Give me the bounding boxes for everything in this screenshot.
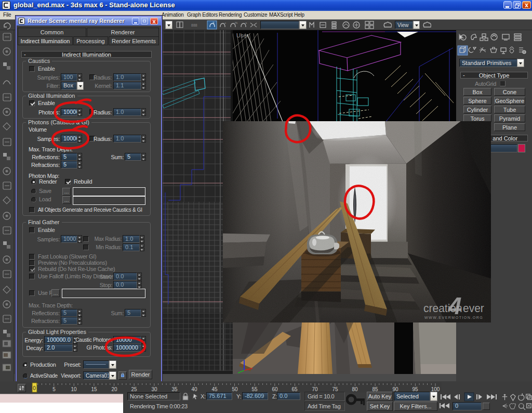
svg-text:20: 20 [111, 386, 117, 392]
svg-text:10: 10 [71, 386, 77, 392]
svg-text:0: 0 [33, 385, 36, 391]
svg-text:+: + [224, 21, 227, 24]
svg-text:888: 888 [191, 23, 197, 27]
svg-text:ever: ever [463, 302, 484, 314]
svg-text:User: User [236, 32, 249, 38]
svg-text:s: s [245, 21, 247, 25]
svg-text:5: 5 [52, 386, 56, 392]
svg-text:%: % [235, 21, 238, 24]
svg-text:15: 15 [91, 386, 97, 392]
svg-text:WWW.EVERMOTION.ORG: WWW.EVERMOTION.ORG [424, 316, 483, 319]
